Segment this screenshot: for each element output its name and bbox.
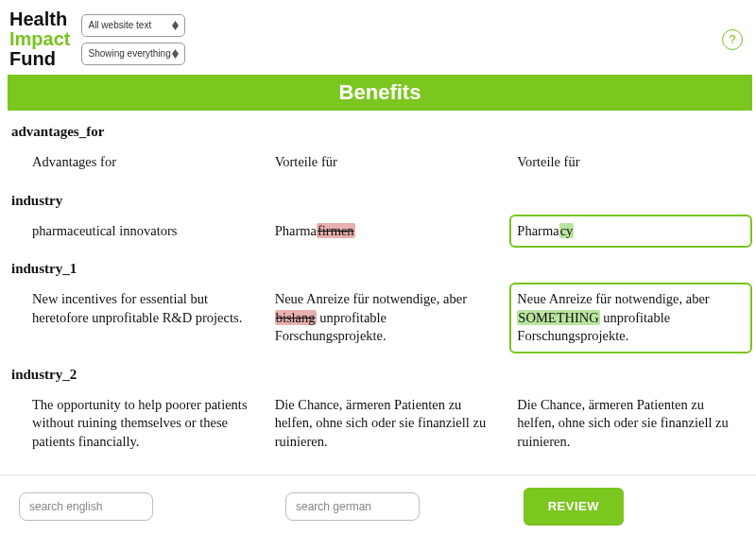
removed-text: firmen	[317, 223, 355, 238]
main-scroll[interactable]: Benefits advantages_forAdvantages forVor…	[0, 71, 756, 474]
entry-row: New incentives for essential but heretof…	[8, 283, 752, 353]
original-translation: Neue Anreize für notwendige, aber bislan…	[267, 283, 510, 353]
review-button[interactable]: REVIEW	[524, 488, 624, 525]
section-banner: Benefits	[8, 75, 752, 111]
svg-marker-3	[172, 54, 179, 59]
chevron-updown-icon	[172, 49, 179, 59]
help-button[interactable]: ?	[722, 29, 743, 50]
entry-row: The opportunity to help poorer patients …	[8, 388, 752, 459]
search-english-input[interactable]: search english	[19, 492, 153, 521]
scope-dropdown-label: All website text	[88, 20, 151, 30]
entry-key: industry_2	[11, 367, 752, 383]
source-text: The opportunity to help poorer patients …	[25, 388, 267, 459]
source-text: New incentives for essential but heretof…	[25, 283, 267, 353]
added-text: SOMETHING	[517, 310, 599, 325]
dropdown-stack: All website text Showing everything	[81, 14, 185, 65]
filter-dropdown[interactable]: Showing everything	[81, 43, 185, 65]
entry-key: advantages_for	[11, 124, 752, 140]
logo-line-2: Impact	[9, 29, 70, 49]
svg-marker-1	[172, 26, 179, 30]
edited-translation[interactable]: Neue Anreize für notwendige, aber SOMETH…	[509, 283, 752, 353]
added-text: cy	[559, 223, 575, 238]
search-german-placeholder: search german	[296, 500, 371, 513]
logo-line-3: Fund	[9, 49, 70, 69]
original-translation: Die Chance, ärmeren Patienten zu helfen,…	[267, 388, 510, 459]
edited-translation[interactable]: Pharmacy	[509, 215, 752, 249]
entry-row: pharmaceutical innovatorsPharmafirmenPha…	[8, 215, 752, 249]
top-bar: Health Impact Fund All website text Show…	[0, 0, 756, 71]
logo-line-1: Health	[9, 9, 70, 29]
scope-dropdown[interactable]: All website text	[81, 14, 185, 37]
bottom-bar: search english search german REVIEW	[0, 474, 756, 534]
chevron-updown-icon	[172, 21, 179, 30]
search-german-input[interactable]: search german	[285, 492, 420, 521]
original-translation: Vorteile für	[267, 146, 510, 180]
logo: Health Impact Fund	[9, 9, 70, 69]
original-translation: Pharmafirmen	[267, 215, 510, 249]
help-icon: ?	[729, 32, 735, 46]
source-text: Advantages for	[25, 146, 267, 180]
search-english-placeholder: search english	[29, 500, 102, 513]
entry-row: Advantages forVorteile fürVorteile für	[8, 146, 752, 180]
edited-translation[interactable]: Die Chance, ärmeren Patienten zu helfen,…	[509, 388, 752, 459]
filter-dropdown-label: Showing everything	[88, 48, 170, 59]
source-text: pharmaceutical innovators	[25, 215, 267, 249]
entry-key: industry_1	[11, 261, 752, 277]
removed-text: bislang	[275, 310, 317, 325]
review-button-label: REVIEW	[548, 499, 599, 513]
entry-key: industry	[11, 193, 752, 209]
edited-translation[interactable]: Vorteile für	[509, 146, 752, 180]
